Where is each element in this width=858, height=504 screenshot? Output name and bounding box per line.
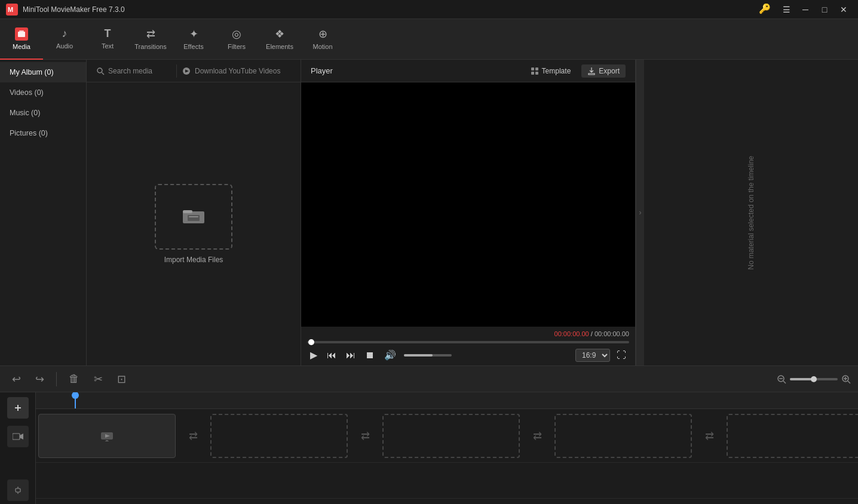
progress-bar[interactable]: [307, 341, 629, 343]
timeline-ruler[interactable]: [36, 392, 858, 409]
search-media-label: Search media: [108, 67, 152, 75]
media-toolbar: Search media Download YouTube Videos: [87, 60, 301, 82]
video-track-row: ⇄ ⇄ ⇄ ⇄ ⇄ ⇄: [36, 409, 858, 463]
download-youtube-label: Download YouTube Videos: [195, 67, 280, 75]
video-track-icon[interactable]: [7, 426, 29, 447]
effects-icon: ✦: [189, 27, 198, 41]
filters-icon: ◎: [232, 27, 241, 41]
track-cell-4[interactable]: [554, 414, 692, 458]
track-transition-4[interactable]: ⇄: [694, 414, 724, 458]
media-content: Import Media Files: [87, 82, 301, 365]
delete-button[interactable]: 🗑: [64, 370, 84, 388]
zoom-fill: [790, 378, 814, 380]
track-transition-2[interactable]: ⇄: [350, 414, 380, 458]
track-cell-2[interactable]: [210, 414, 348, 458]
player-title: Player: [311, 66, 333, 75]
stop-button[interactable]: ⏹: [362, 349, 378, 362]
template-label: Template: [542, 67, 571, 75]
search-media-button[interactable]: Search media: [91, 64, 174, 78]
sidebar-item-pictures[interactable]: Pictures (0): [0, 123, 86, 143]
timeline-tracks-right: ⇄ ⇄ ⇄ ⇄ ⇄ ⇄: [36, 392, 858, 504]
svg-rect-11: [189, 216, 198, 217]
tracks-container: ⇄ ⇄ ⇄ ⇄ ⇄ ⇄: [36, 409, 858, 499]
toolbar-item-audio[interactable]: ♪ Audio: [43, 19, 86, 60]
export-button[interactable]: Export: [581, 64, 626, 78]
svg-rect-2: [18, 32, 25, 37]
redo-button[interactable]: ↪: [30, 370, 49, 388]
add-track-button[interactable]: [7, 397, 29, 419]
download-youtube-button[interactable]: Download YouTube Videos: [176, 64, 296, 78]
scissors-button[interactable]: ✂: [89, 370, 108, 388]
crop-button[interactable]: ⊡: [112, 370, 131, 388]
maximize-button[interactable]: □: [816, 3, 833, 16]
collapse-panel-button[interactable]: ›: [636, 60, 644, 365]
close-button[interactable]: ✕: [835, 3, 852, 16]
folder-icon: [183, 207, 204, 228]
volume-fill: [404, 354, 433, 357]
player-panel: Player Template Export: [301, 60, 636, 365]
svg-text:M: M: [8, 6, 13, 13]
aspect-ratio-select[interactable]: 16:9 4:3 1:1 9:16: [575, 349, 610, 362]
import-media-button[interactable]: [155, 184, 232, 250]
transitions-label: Transitions: [134, 43, 166, 50]
track-cell-3[interactable]: [382, 414, 520, 458]
svg-rect-26: [13, 434, 20, 440]
toolbar-item-transitions[interactable]: ⇄ Transitions: [129, 19, 172, 60]
timeline-area: ↩ ↪ 🗑 ✂ ⊡: [0, 365, 858, 504]
minimize-button[interactable]: ─: [797, 3, 814, 16]
media-icon: [15, 27, 28, 41]
sidebar-item-videos[interactable]: Videos (0): [0, 82, 86, 103]
undo-button[interactable]: ↩: [7, 370, 26, 388]
zoom-in-icon: [841, 374, 851, 384]
svg-rect-12: [531, 67, 534, 70]
svg-rect-9: [183, 210, 192, 213]
export-icon: [587, 67, 596, 75]
export-label: Export: [599, 67, 620, 75]
app-logo: M: [6, 4, 18, 16]
audio-track-row: [36, 463, 858, 499]
volume-button[interactable]: 🔊: [381, 348, 399, 362]
progress-handle[interactable]: [308, 339, 314, 345]
playhead[interactable]: [75, 392, 76, 408]
fullscreen-button[interactable]: ⛶: [614, 349, 629, 362]
titlebar: M MiniTool MovieMaker Free 7.3.0 🔑 ☰ ─ □…: [0, 0, 858, 19]
svg-rect-15: [535, 72, 538, 75]
transitions-icon: ⇄: [146, 27, 155, 41]
zoom-slider[interactable]: [790, 378, 838, 380]
track-transition-3[interactable]: ⇄: [522, 414, 552, 458]
audio-track-icon[interactable]: [7, 480, 29, 501]
track-cell-5[interactable]: [727, 414, 858, 458]
time-total: 00:00:00.00: [595, 330, 629, 337]
svg-rect-14: [531, 72, 534, 75]
audio-icon: ♪: [62, 27, 68, 40]
toolbar-item-text[interactable]: T Text: [86, 19, 129, 60]
menu-button[interactable]: ☰: [778, 3, 795, 16]
zoom-handle[interactable]: [811, 376, 817, 382]
template-button[interactable]: Template: [525, 64, 577, 78]
player-actions: Template Export: [525, 64, 626, 78]
text-label: Text: [102, 42, 114, 50]
text-icon: T: [105, 27, 111, 40]
playhead-top: [72, 392, 79, 399]
main-toolbar: Media ♪ Audio T Text ⇄ Transitions ✦ Eff…: [0, 19, 858, 60]
play-button[interactable]: ▶: [307, 348, 320, 362]
sidebar-item-music[interactable]: Music (0): [0, 103, 86, 123]
sidebar-item-my-album[interactable]: My Album (0): [0, 62, 86, 82]
svg-line-18: [783, 381, 786, 383]
prev-frame-button[interactable]: ⏮: [324, 349, 339, 362]
svg-rect-3: [19, 30, 24, 32]
track-transition-1[interactable]: ⇄: [178, 414, 208, 458]
toolbar-item-filters[interactable]: ◎ Filters: [215, 19, 258, 60]
timeline-tracks-left: [0, 392, 36, 504]
volume-slider[interactable]: [404, 354, 452, 357]
svg-line-5: [102, 72, 105, 75]
motion-label: Motion: [312, 43, 332, 50]
player-controls: 00:00:00.00 / 00:00:00.00 ▶ ⏮ ⏭ ⏹ 🔊 16:9…: [301, 327, 635, 365]
next-frame-button[interactable]: ⏭: [343, 349, 358, 362]
toolbar-item-elements[interactable]: ❖ Elements: [258, 19, 301, 60]
toolbar-item-effects[interactable]: ✦ Effects: [172, 19, 215, 60]
first-track-cell[interactable]: [38, 414, 176, 458]
zoom-controls: [777, 374, 851, 384]
toolbar-item-media[interactable]: Media: [0, 19, 43, 60]
toolbar-item-motion[interactable]: ⊕ Motion: [301, 19, 344, 60]
